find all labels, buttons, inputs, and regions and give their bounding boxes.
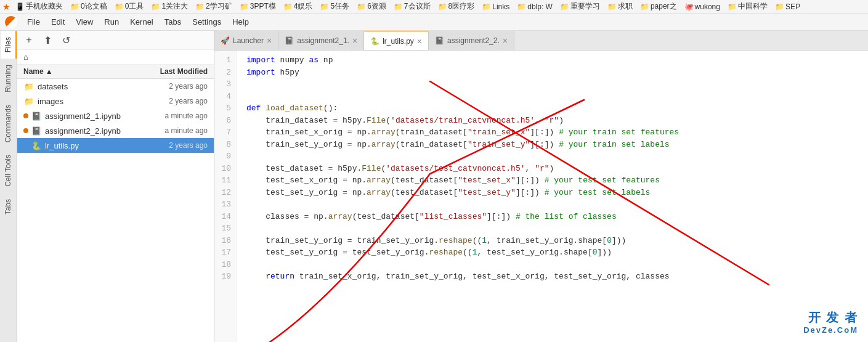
bookmark-item[interactable]: 📁 Links [479,2,512,12]
tab-bar: 🚀 Launcher × 📓 assignment2_1. × 🐍 lr_uti… [214,31,868,51]
file-name: lr_utils.py [45,141,140,150]
app-logo [5,16,17,28]
tab-close-launcher[interactable]: × [267,36,272,45]
modified-dot [23,113,28,118]
file-list-header: Name ▲ Last Modified [17,65,214,79]
file-date: a minute ago [140,126,208,135]
file-date: 2 years ago [140,141,208,150]
menu-edit[interactable]: Edit [46,15,70,28]
watermark-line2: DevZe.CoM [803,325,858,336]
upload-button[interactable]: ⬆ [41,33,54,47]
new-folder-button[interactable]: + [22,33,36,47]
menu-help[interactable]: Help [227,15,254,28]
editor-area: 🚀 Launcher × 📓 assignment2_1. × 🐍 lr_uti… [214,31,868,342]
menu-tabs[interactable]: Tabs [160,15,186,28]
bookmark-item[interactable]: 📁 dblp: W [514,2,555,12]
tab-close-assignment2[interactable]: × [503,36,508,45]
modified-dot [23,128,28,133]
folder-icon: 📁 [23,96,34,107]
tab-close-lrutils[interactable]: × [417,37,422,46]
name-column-header[interactable]: Name ▲ [23,67,140,76]
file-item-assignment1[interactable]: 📓 assignment2_1.ipynb a minute ago [17,108,214,123]
file-name: assignment2_1.ipynb [45,112,140,121]
menu-kernel[interactable]: Kernel [125,15,158,28]
bookmark-item[interactable]: 📁 8医疗彩 [436,1,477,12]
sidetab-commands[interactable]: Commands [1,99,17,149]
file-date: 2 years ago [140,97,208,105]
bookmark-item[interactable]: 📁 1关注大 [148,1,190,12]
bookmark-item[interactable]: 📁 2学习矿 [193,1,235,12]
bookmark-collect[interactable]: 📱 手机收藏夹 [13,1,65,12]
file-name: assignment2_2.ipynb [45,126,140,136]
code-content[interactable]: import numpy as np import h5py def load_… [237,51,868,342]
file-name: images [38,97,140,106]
python-icon: 🐍 [31,140,42,151]
bookmark-item[interactable]: 📁 3PPT模 [237,1,278,12]
file-name: datasets [38,82,140,91]
file-item-assignment2[interactable]: 📓 assignment2_2.ipynb a minute ago [17,123,214,138]
menu-settings[interactable]: Settings [187,15,226,28]
sort-icon: ▲ [46,67,53,76]
notebook-icon: 📓 [31,125,42,136]
tab-close-assignment1[interactable]: × [352,36,357,45]
line-numbers: 12345 678910 1112131415 16171819 [214,51,237,342]
file-item-datasets[interactable]: 📁 datasets 2 years ago [17,79,214,94]
launcher-icon: 🚀 [221,36,230,45]
tab-assignment2[interactable]: 📓 assignment2_2. × [429,31,514,51]
bookmark-item[interactable]: 📁 重要学习 [558,1,602,12]
file-list: 📁 datasets 2 years ago 📁 images 2 years … [17,79,214,342]
bookmark-bar: ★ 📱 手机收藏夹 📁 0论文稿 📁 0工具 📁 1关注大 📁 2学习矿 📁 3… [0,0,868,14]
sidetab-tabs[interactable]: Tabs [1,193,17,221]
tab-assignment1[interactable]: 📓 assignment2_1. × [278,31,364,51]
file-panel: + ⬆ ↺ ⌂ Name ▲ Last Modified 📁 datasets … [17,31,214,342]
notebook-icon: 📓 [31,110,42,121]
bookmark-item[interactable]: 📁 paper之 [638,1,679,12]
watermark-line1: 开 发 者 [803,309,858,325]
notebook-icon: 📓 [435,36,444,45]
file-date: 2 years ago [140,82,208,91]
code-editor[interactable]: 12345 678910 1112131415 16171819 import … [214,51,868,342]
sidetab-celltools[interactable]: Cell Tools [1,149,17,193]
menu-bar: File Edit View Run Kernel Tabs Settings … [0,14,868,31]
bookmark-item[interactable]: 📁 求职 [605,1,635,12]
file-toolbar: + ⬆ ↺ [17,31,214,50]
bookmark-item[interactable]: 📁 5任务 [317,1,352,12]
bookmark-item[interactable]: 📁 中国科学 [725,1,770,12]
bookmark-star[interactable]: ★ [2,2,10,12]
tab-lrutils[interactable]: 🐍 lr_utils.py × [364,31,429,51]
file-date: a minute ago [140,112,208,120]
file-item-lrutils[interactable]: 🐍 lr_utils.py 2 years ago [17,138,214,153]
sidetab-running[interactable]: Running [1,59,17,99]
bookmark-item[interactable]: 📁 6资源 [354,1,389,12]
menu-run[interactable]: Run [99,15,124,28]
active-dot [23,143,28,148]
modified-column-header: Last Modified [140,67,208,76]
sidetab-files[interactable]: Files [1,31,17,59]
refresh-button[interactable]: ↺ [59,33,73,47]
menu-view[interactable]: View [71,15,98,28]
bookmark-item[interactable]: 📁 7会议斯 [391,1,433,12]
bookmark-item[interactable]: 🐙 wukong [682,2,723,12]
menu-file[interactable]: File [22,15,45,28]
bookmark-item[interactable]: 📁 4娱乐 [281,1,315,12]
bookmark-item[interactable]: 📁 SEP [773,2,803,12]
notebook-icon: 📓 [285,36,294,45]
main-container: Files Running Commands Cell Tools Tabs +… [0,31,868,342]
tab-launcher[interactable]: 🚀 Launcher × [214,31,278,51]
bookmark-item[interactable]: 📁 0工具 [112,1,147,12]
bookmark-item[interactable]: 📁 0论文稿 [68,1,110,12]
home-icon: ⌂ [23,52,28,62]
folder-icon: 📁 [23,81,34,92]
watermark: 开 发 者 DevZe.CoM [803,309,858,336]
file-item-images[interactable]: 📁 images 2 years ago [17,94,214,108]
side-tabs: Files Running Commands Cell Tools Tabs [0,31,17,342]
python-icon: 🐍 [370,37,379,46]
file-path[interactable]: ⌂ [17,50,214,65]
